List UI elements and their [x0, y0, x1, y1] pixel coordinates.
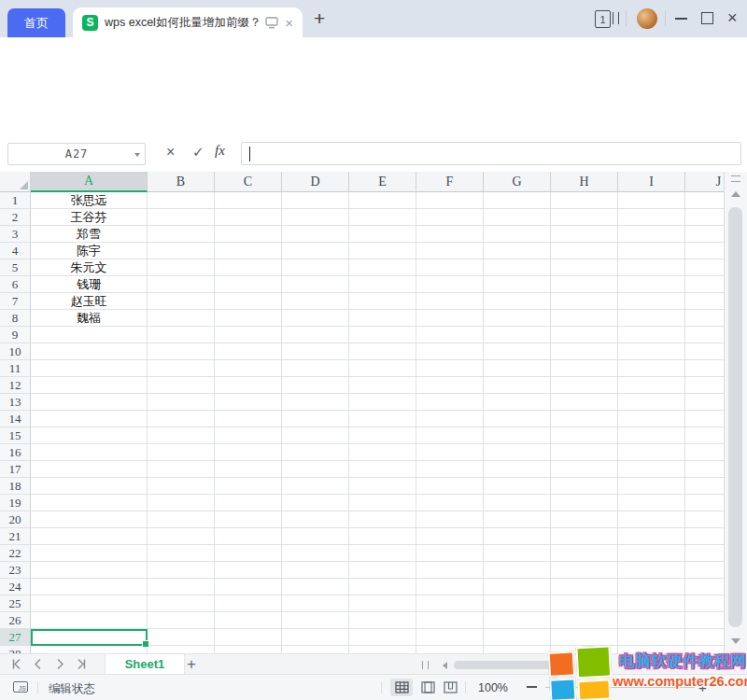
- cell-H3[interactable]: [551, 226, 618, 243]
- cell-H28[interactable]: [551, 646, 618, 653]
- cell-A6[interactable]: 钱珊: [31, 276, 148, 293]
- cell-A7[interactable]: 赵玉旺: [31, 293, 148, 310]
- cell-D10[interactable]: [282, 343, 349, 360]
- cell-F15[interactable]: [416, 427, 484, 444]
- cell-A20[interactable]: [31, 511, 148, 528]
- cell-B1[interactable]: [148, 192, 215, 209]
- cell-H23[interactable]: [551, 562, 618, 579]
- cell-A26[interactable]: [31, 612, 148, 629]
- cell-F7[interactable]: [416, 293, 484, 310]
- cell-F18[interactable]: [416, 478, 484, 495]
- cell-D26[interactable]: [282, 612, 349, 629]
- cell-C9[interactable]: [215, 327, 282, 343]
- window-maximize-button[interactable]: [701, 12, 713, 24]
- cell-G2[interactable]: [484, 209, 551, 226]
- row-header-2[interactable]: 2: [0, 209, 31, 226]
- row-header-10[interactable]: 10: [0, 343, 31, 360]
- cell-A13[interactable]: [31, 394, 148, 411]
- cell-F9[interactable]: [416, 327, 484, 343]
- column-header-J[interactable]: J: [685, 172, 724, 192]
- cell-C22[interactable]: [215, 545, 282, 562]
- cell-A5[interactable]: 朱元文: [31, 259, 148, 276]
- cell-E7[interactable]: [349, 293, 416, 310]
- cell-G3[interactable]: [484, 226, 551, 243]
- cell-E11[interactable]: [349, 360, 416, 377]
- sheet-tab-sheet1[interactable]: Sheet1: [105, 654, 185, 674]
- cell-G6[interactable]: [484, 276, 551, 293]
- cell-I15[interactable]: [618, 427, 685, 444]
- confirm-entry-icon[interactable]: ✓: [192, 144, 204, 161]
- scroll-up-icon[interactable]: [731, 187, 740, 197]
- row-header-5[interactable]: 5: [0, 259, 31, 276]
- cell-C5[interactable]: [215, 259, 282, 276]
- cell-I1[interactable]: [618, 192, 685, 209]
- cell-J2[interactable]: [685, 209, 724, 226]
- cell-I19[interactable]: [618, 495, 685, 511]
- cell-G19[interactable]: [484, 495, 551, 511]
- cell-J24[interactable]: [685, 579, 724, 595]
- cell-B16[interactable]: [148, 444, 215, 461]
- cell-A1[interactable]: 张思远: [31, 192, 148, 209]
- cell-C10[interactable]: [215, 343, 282, 360]
- cell-A15[interactable]: [31, 427, 148, 444]
- cell-B28[interactable]: [148, 646, 215, 653]
- cell-A28[interactable]: [31, 646, 148, 653]
- vertical-scrollbar[interactable]: [724, 172, 747, 653]
- horizontal-scroll-thumb[interactable]: [454, 661, 553, 669]
- cell-J26[interactable]: [685, 612, 724, 629]
- cell-I17[interactable]: [618, 461, 685, 478]
- document-tab[interactable]: S wps excel如何批量增加前缀？ ×: [73, 7, 303, 37]
- column-header-D[interactable]: D: [282, 172, 349, 192]
- cell-A19[interactable]: [31, 495, 148, 511]
- cell-I9[interactable]: [618, 327, 685, 343]
- cell-I13[interactable]: [618, 394, 685, 411]
- cell-G9[interactable]: [484, 327, 551, 343]
- cell-E25[interactable]: [349, 595, 416, 612]
- cell-C11[interactable]: [215, 360, 282, 377]
- cell-E6[interactable]: [349, 276, 416, 293]
- cell-A10[interactable]: [31, 343, 148, 360]
- cell-D9[interactable]: [282, 327, 349, 343]
- home-tab-button[interactable]: 首页: [7, 8, 65, 37]
- cell-J22[interactable]: [685, 545, 724, 562]
- cell-H24[interactable]: [551, 579, 618, 595]
- row-header-20[interactable]: 20: [0, 511, 31, 528]
- cell-D4[interactable]: [282, 243, 349, 259]
- cell-J27[interactable]: [685, 629, 724, 646]
- cell-F27[interactable]: [416, 629, 484, 646]
- cell-B17[interactable]: [148, 461, 215, 478]
- cell-D19[interactable]: [282, 495, 349, 511]
- cell-A14[interactable]: [31, 411, 148, 427]
- row-header-27[interactable]: 27: [0, 629, 31, 646]
- column-header-I[interactable]: I: [618, 172, 685, 192]
- cell-C18[interactable]: [215, 478, 282, 495]
- cell-A27[interactable]: [31, 629, 148, 646]
- cell-G5[interactable]: [484, 259, 551, 276]
- column-header-C[interactable]: C: [215, 172, 282, 192]
- cell-I23[interactable]: [618, 562, 685, 579]
- cell-C17[interactable]: [215, 461, 282, 478]
- select-all-corner[interactable]: [0, 172, 31, 192]
- cell-F23[interactable]: [416, 562, 484, 579]
- last-sheet-icon[interactable]: [77, 658, 89, 670]
- cell-D7[interactable]: [282, 293, 349, 310]
- tab-preview-icon[interactable]: [265, 17, 278, 29]
- cell-I26[interactable]: [618, 612, 685, 629]
- row-header-19[interactable]: 19: [0, 495, 31, 511]
- cell-C6[interactable]: [215, 276, 282, 293]
- row-header-9[interactable]: 9: [0, 327, 31, 343]
- cell-J1[interactable]: [685, 192, 724, 209]
- cell-B22[interactable]: [148, 545, 215, 562]
- first-sheet-icon[interactable]: [9, 658, 21, 670]
- cell-J17[interactable]: [685, 461, 724, 478]
- cell-B2[interactable]: [148, 209, 215, 226]
- cell-B23[interactable]: [148, 562, 215, 579]
- cell-F5[interactable]: [416, 259, 484, 276]
- cell-E18[interactable]: [349, 478, 416, 495]
- cell-I6[interactable]: [618, 276, 685, 293]
- cell-B21[interactable]: [148, 528, 215, 545]
- cell-I25[interactable]: [618, 595, 685, 612]
- cell-F4[interactable]: [416, 243, 484, 259]
- cell-D1[interactable]: [282, 192, 349, 209]
- cell-B24[interactable]: [148, 579, 215, 595]
